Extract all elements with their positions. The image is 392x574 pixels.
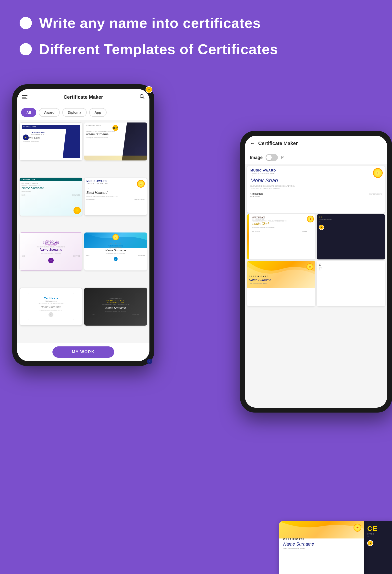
toggle-label: Image	[250, 155, 263, 160]
filter-tabs: All Award Diploma App	[17, 105, 149, 120]
phone-left: Certificate Maker All Award Diploma App	[12, 84, 154, 366]
r-cert-c-partial[interactable]: C OF R TH	[317, 261, 385, 306]
svg-line-1	[143, 97, 144, 99]
cert-name-surname-box: CERTIFICATE Name Surname Lorem ipsum des…	[279, 521, 364, 574]
teal-header: CERTIFICATE	[20, 178, 82, 181]
cert-card-8[interactable]: ★ CERTIFICATE CERTIFICATE OF APPRECIATIO…	[84, 287, 147, 326]
filter-tab-all[interactable]: All	[21, 108, 36, 117]
teal-cert-name: Name Surname	[21, 186, 44, 190]
feature-1-text: Write any name into certificates	[39, 15, 261, 31]
p-label: P	[281, 155, 284, 160]
r-cert-music-full[interactable]: MUSIC AWARD THIS IS TO CERTIFY THAT ♪ ♫ …	[247, 166, 385, 213]
my-work-button[interactable]: MY WORK	[52, 347, 114, 358]
header-section: Write any name into certificates Differe…	[0, 0, 392, 72]
toggle-switch[interactable]	[266, 154, 278, 161]
cert-grid-left: COMPANY SURE ★ CERTIFICATE OF COMPLETION	[17, 120, 149, 343]
bottom-cert-area: CERTIFICATE Name Surname Lorem ipsum des…	[279, 521, 392, 574]
app-bar-right: ← Certificate Maker	[245, 136, 387, 151]
search-icon[interactable]	[139, 94, 144, 101]
bullet-dot-1	[20, 17, 32, 29]
r-cert-row-1: 1 Certificate OF ACHIEVEMENT THIS CERTIF…	[247, 214, 385, 259]
phones-area: Certificate Maker All Award Diploma App	[0, 77, 392, 542]
cert-card-1[interactable]: COMPANY SURE ★ CERTIFICATE OF COMPLETION	[20, 123, 82, 161]
feature-2-item: Different Templates of Certificates	[20, 41, 372, 57]
cert-ce-partial: CE OF REC TH ★	[364, 521, 392, 574]
right-scroll-content: MUSIC AWARD THIS IS TO CERTIFY THAT ♪ ♫ …	[245, 164, 387, 408]
cert-ce-text: CE	[367, 525, 378, 533]
phone-screen-left: Certificate Maker All Award Diploma App	[17, 89, 149, 361]
phone-screen-right: ← Certificate Maker Image P MUSIC AWARD …	[245, 136, 387, 408]
cert-card-4[interactable]: MUSIC AWARD THIS IS TO CERTIFY THAT 1 ♪ …	[84, 178, 147, 216]
cert-ns-title: CERTIFICATE	[283, 538, 360, 541]
filter-tab-award[interactable]: Award	[39, 108, 60, 117]
back-button[interactable]: ←	[250, 140, 255, 146]
filter-tab-diploma[interactable]: Diploma	[62, 108, 86, 117]
cert-card-6[interactable]: 1 BEST AWARD Certificate Appreciation Na…	[84, 232, 147, 270]
hamburger-icon[interactable]	[22, 95, 27, 99]
r-cert-row-2: CERTIFICATE Name Surname Lorem ipsum des…	[247, 261, 385, 306]
filter-tab-app[interactable]: App	[89, 108, 106, 117]
my-work-btn-area: MY WORK	[17, 343, 149, 361]
r-cert-achievement[interactable]: 1 Certificate OF ACHIEVEMENT THIS CERTIF…	[247, 214, 315, 259]
cert-card-7[interactable]: ───── ✦ ───── Certificate Of Completion …	[20, 287, 82, 326]
teal-body: OF APPRECIATION PROUDLY PRESENTED TO Nam…	[20, 181, 82, 216]
app-title-right: Certificate Maker	[258, 141, 298, 146]
r-cert-gold-wave[interactable]: CERTIFICATE Name Surname Lorem ipsum des…	[247, 261, 315, 306]
app-title-left: Certificate Maker	[63, 94, 103, 100]
blue-wave-content: BEST AWARD Certificate Appreciation Name…	[86, 243, 145, 261]
r-cert-ce[interactable]: CE OF RECOGNITION TH ★	[317, 214, 385, 259]
toggle-area: Image P	[245, 151, 387, 164]
cert-card-5[interactable]: CERTIFICATE Certificate Appreciation THI…	[20, 232, 82, 270]
feature-1-item: Write any name into certificates	[20, 15, 372, 31]
bullet-dot-2	[20, 43, 32, 55]
phone-right: ← Certificate Maker Image P MUSIC AWARD …	[240, 131, 392, 412]
feature-2-text: Different Templates of Certificates	[39, 41, 278, 57]
cert-card-3[interactable]: CERTIFICATE OF APPRECIATION PROUDLY PRES…	[20, 178, 82, 216]
cert-card-2[interactable]: COMPANY SURE BEST THIS CERTIFICATE IS PR…	[84, 123, 147, 161]
cert-ns-name: Name Surname	[283, 542, 360, 547]
app-bar-left: Certificate Maker	[17, 89, 149, 105]
toggle-knob	[266, 155, 272, 160]
